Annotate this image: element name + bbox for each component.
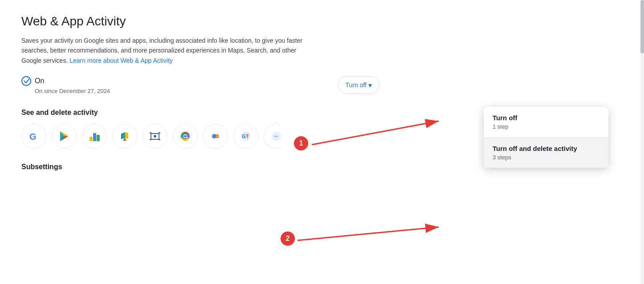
screenshot-app-icon[interactable]	[143, 124, 167, 149]
dropdown-item2-subtitle: 3 steps	[493, 154, 599, 161]
svg-rect-17	[159, 132, 160, 134]
svg-point-23	[184, 135, 187, 138]
svg-rect-16	[150, 132, 151, 134]
svg-rect-19	[159, 139, 160, 140]
more-app-icon[interactable]: ···	[264, 124, 289, 149]
svg-rect-6	[93, 133, 96, 141]
scrollbar[interactable]	[640, 0, 644, 284]
scrollbar-thumb[interactable]	[640, 0, 644, 53]
svg-line-35	[298, 227, 439, 240]
play-store-app-icon[interactable]	[52, 124, 77, 149]
since-text: On since December 27, 2024	[35, 88, 110, 94]
badge-2: 2	[281, 231, 295, 246]
svg-point-26	[216, 135, 218, 138]
chevron-down-icon: ▾	[368, 81, 372, 89]
svg-marker-13	[125, 132, 128, 138]
status-left: On On since December 27, 2024	[21, 76, 110, 94]
svg-marker-12	[122, 132, 125, 138]
dropdown-item1-subtitle: 1 step	[493, 123, 599, 130]
chrome-app-icon[interactable]	[173, 124, 198, 149]
learn-more-link[interactable]: Learn more about Web & App Activity	[69, 57, 173, 64]
page-title: Web & App Activity	[21, 14, 379, 28]
svg-rect-5	[90, 137, 93, 141]
dropdown-item2-title: Turn off and delete activity	[493, 145, 599, 152]
status-label: On	[35, 77, 44, 85]
svg-point-15	[154, 135, 156, 138]
subsettings-title: Subsettings	[21, 163, 379, 171]
dropdown-turn-off-delete-item[interactable]: Turn off and delete activity 3 steps	[484, 138, 608, 168]
app-icons-row: G	[21, 124, 379, 149]
turn-off-button[interactable]: Turn off ▾	[338, 76, 379, 94]
svg-text:G: G	[242, 134, 246, 139]
svg-text:G: G	[29, 132, 37, 142]
page-description: Saves your activity on Google sites and …	[21, 36, 306, 65]
turn-off-label: Turn off	[346, 81, 367, 89]
svg-text:T: T	[246, 134, 249, 139]
translate-app-icon[interactable]: G T	[233, 124, 258, 149]
google-app-icon[interactable]: G	[21, 124, 46, 149]
svg-rect-7	[97, 135, 100, 141]
svg-marker-11	[121, 133, 122, 139]
badge-1: 1	[294, 136, 308, 150]
svg-text:···: ···	[274, 134, 278, 139]
see-delete-title: See and delete activity	[21, 109, 379, 117]
status-row: On On since December 27, 2024 Turn off ▾	[21, 76, 379, 94]
assistant-app-icon[interactable]	[203, 124, 228, 149]
svg-rect-18	[150, 139, 151, 140]
dropdown-item1-title: Turn off	[493, 114, 599, 122]
status-on-indicator: On	[21, 76, 110, 86]
dropdown-turn-off-item[interactable]: Turn off 1 step	[484, 107, 608, 137]
turn-off-dropdown: Turn off 1 step Turn off and delete acti…	[484, 107, 608, 168]
check-circle-icon	[21, 76, 31, 86]
maps-app-icon[interactable]	[112, 124, 137, 149]
google-ads-app-icon[interactable]	[82, 124, 107, 149]
